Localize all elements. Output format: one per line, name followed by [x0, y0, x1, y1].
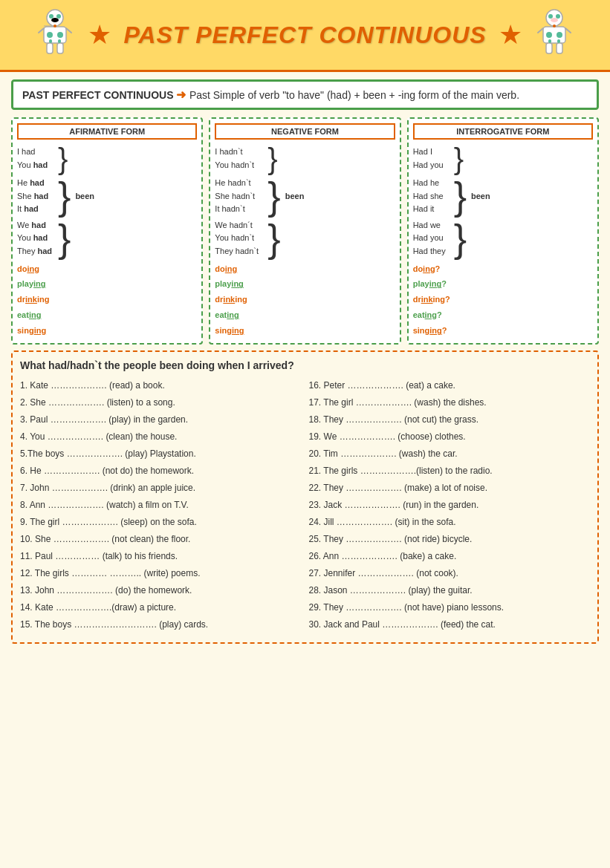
- verb-eating: eating: [215, 307, 395, 323]
- svg-rect-28: [557, 39, 560, 43]
- verb-drinking: drinking: [215, 292, 395, 307]
- list-item: 22. They ………………. (make) a lot of noise.: [309, 481, 591, 495]
- list-item: 19. We ………………. (choose) clothes.: [309, 430, 591, 443]
- negative-form-title: NEGATIVE FORM: [215, 123, 395, 140]
- verb-playing: playing: [17, 276, 197, 292]
- int-pronoun: Had you: [413, 159, 450, 172]
- list-item: 4. You ………………. (clean) the house.: [20, 430, 302, 443]
- interrogative-form-title: INTERROGATIVE FORM: [413, 123, 593, 140]
- exercises-section: What had/hadn`t the people been doing wh…: [11, 350, 599, 644]
- aff-pronoun: She had: [17, 190, 54, 203]
- list-item: 23. Jack ………………. (run) in the garden.: [309, 498, 591, 512]
- list-item: 21. The girls ……………….(listen) to the rad…: [309, 464, 591, 477]
- aff-pronoun: It had: [17, 203, 54, 216]
- brace-icon: }: [267, 219, 280, 258]
- verb-playing-q: playing?: [413, 276, 593, 292]
- neg-pronoun: He hadn`t: [215, 177, 264, 190]
- exercises-columns: 1. Kate ………………. (read) a book. 2. She ………: [20, 379, 590, 635]
- svg-point-20: [546, 32, 552, 38]
- aff-group-1: I had You had }: [17, 144, 197, 174]
- definition-text: Past Simple of verb "to have" (had) + be…: [189, 89, 519, 101]
- svg-point-1: [49, 14, 53, 19]
- affirmative-verbs: doing playing drinking eating singing: [17, 261, 197, 339]
- list-item: 18. They ………………. (not cut) the grass.: [309, 413, 591, 426]
- list-item: 6. He ………………. (not do) the homework.: [20, 464, 302, 477]
- list-item: 1. Kate ………………. (read) a book.: [20, 379, 302, 392]
- list-item: 10. She ………………. (not clean) the floor.: [20, 532, 302, 546]
- list-item: 3. Paul ………………. (play) in the garden.: [20, 413, 302, 426]
- neg-pronoun: I hadn`t: [215, 146, 264, 159]
- list-item: 2. She ………………. (listen) to a song.: [20, 396, 302, 409]
- aff-pronoun: We had: [17, 219, 54, 232]
- svg-point-21: [557, 32, 562, 38]
- list-item: 12. The girls ………… ……….. (write) poems.: [20, 567, 302, 580]
- svg-point-3: [51, 18, 59, 22]
- verb-singing-q: singing?: [413, 323, 593, 339]
- neg-group-2: He hadn`t She hadn`t It hadn`t } been: [215, 177, 395, 216]
- svg-point-12: [53, 25, 56, 27]
- svg-line-22: [538, 28, 543, 33]
- exercises-col-right: 16. Peter ………………. (eat) a cake. 17. The …: [309, 379, 591, 635]
- svg-rect-14: [58, 39, 61, 43]
- aff-pronoun: You had: [17, 232, 54, 245]
- brace-icon: }: [58, 177, 71, 215]
- int-group-1: Had I Had you }: [413, 144, 593, 174]
- interrogative-verbs: doing? playing? drinking? eating? singin…: [413, 261, 593, 339]
- list-item: 17. The girl ………………. (wash) the dishes.: [309, 396, 591, 409]
- neg-group-3: We hadn´t You hadn`t They hadn`t }: [215, 219, 395, 258]
- list-item: 20. Tim ………………. (wash) the car.: [309, 447, 591, 460]
- svg-point-2: [56, 14, 61, 19]
- list-item: 26. Ann ………………. (bake) a cake.: [309, 549, 591, 563]
- verb-doing-q: doing?: [413, 261, 593, 277]
- list-item: 8. Ann ………………. (watch) a film on T.V.: [20, 498, 302, 512]
- aff-group-3: We had You had They had }: [17, 219, 197, 258]
- svg-rect-25: [557, 43, 562, 53]
- definition-box: PAST PERFECT CONTINUOUS ➜ Past Simple of…: [11, 79, 599, 110]
- svg-rect-10: [57, 43, 63, 53]
- aff-pronoun: They had: [17, 245, 54, 258]
- svg-line-8: [66, 28, 71, 33]
- list-item: 29. They ………………. (not have) piano lesson…: [309, 601, 591, 614]
- list-item: 28. Jason ………………. (play) the guitar.: [309, 584, 591, 597]
- affirmative-form-title: AFIRMATIVE FORM: [17, 123, 197, 140]
- list-item: 30. Jack and Paul ………………. (feed) the cat…: [309, 618, 591, 631]
- aff-pronoun: He had: [17, 177, 54, 190]
- list-item: 24. Jill ………………. (sit) in the sofa.: [309, 515, 591, 529]
- verb-eating-q: eating?: [413, 307, 593, 323]
- page-header: ★ PAST PERFECT CONTINUOUS ★: [0, 0, 610, 72]
- verb-singing: singing: [17, 323, 197, 339]
- aff-pronoun: You had: [17, 159, 54, 172]
- list-item: 5.The boys ………………. (play) Playstation.: [20, 447, 302, 460]
- neg-pronoun: It hadn`t: [215, 203, 264, 216]
- list-item: 9. The girl ………………. (sleep) on the sofa.: [20, 515, 302, 529]
- int-pronoun: Had he: [413, 177, 450, 190]
- svg-line-7: [39, 28, 44, 33]
- robot-right-icon: [534, 9, 575, 61]
- int-pronoun: Had you: [413, 232, 450, 245]
- svg-line-23: [565, 28, 571, 33]
- interrogative-form-section: INTERROGATIVE FORM Had I Had you } Had h…: [407, 117, 599, 345]
- negative-form-section: NEGATIVE FORM I hadn`t You hadn`t } He h…: [209, 117, 400, 345]
- int-pronoun: Had it: [413, 203, 450, 216]
- neg-group-1: I hadn`t You hadn`t }: [215, 144, 395, 174]
- neg-pronoun: We hadn´t: [215, 219, 264, 232]
- neg-pronoun: She hadn`t: [215, 190, 264, 203]
- verb-drinking-q: drinking?: [413, 292, 593, 307]
- int-pronoun: Had they: [413, 245, 450, 258]
- neg-pronoun: You hadn`t: [215, 159, 264, 172]
- svg-rect-27: [548, 39, 551, 43]
- neg-pronoun: They hadn`t: [215, 245, 264, 258]
- page-title: PAST PERFECT CONTINUOUS: [123, 22, 486, 49]
- list-item: 16. Peter ………………. (eat) a cake.: [309, 379, 591, 392]
- neg-pronoun: You hadn`t: [215, 232, 264, 245]
- brace-icon: }: [58, 144, 68, 174]
- list-item: 11. Paul …………… (talk) to his friends.: [20, 549, 302, 563]
- list-item: 7. John ………………. (drink) an apple juice.: [20, 481, 302, 495]
- definition-arrow: ➜: [176, 88, 189, 101]
- int-group-2: Had he Had she Had it } been: [413, 177, 593, 216]
- robot-left-icon: [35, 9, 76, 61]
- svg-point-17: [556, 14, 560, 19]
- verb-eating: eating: [17, 307, 197, 323]
- brace-icon: }: [454, 177, 467, 215]
- svg-point-18: [551, 18, 558, 22]
